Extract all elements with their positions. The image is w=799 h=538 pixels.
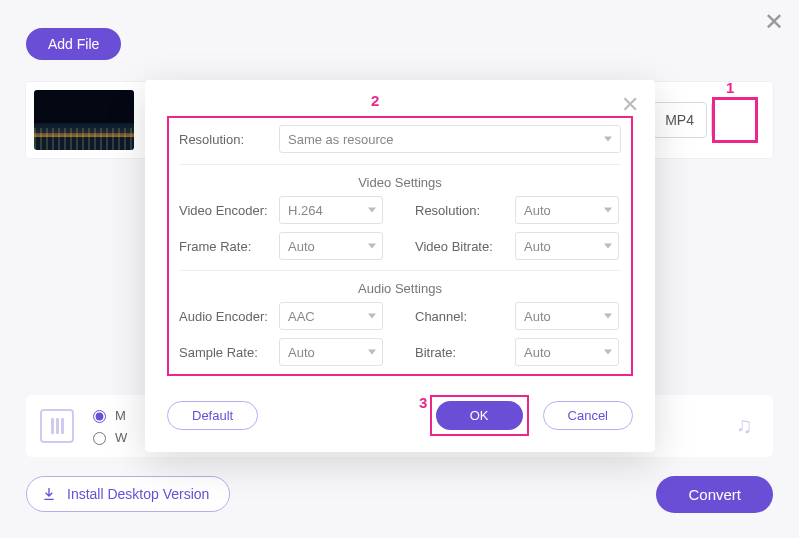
video-bitrate-select[interactable]: Auto [515, 232, 619, 260]
radio-label: W [115, 430, 127, 445]
frame-rate-select[interactable]: Auto [279, 232, 383, 260]
output-format-select[interactable]: MP4 [652, 102, 707, 138]
settings-modal: ✕ Resolution: Same as resource Video Set… [145, 80, 655, 452]
top-resolution-select[interactable]: Same as resource [279, 125, 621, 153]
install-desktop-button[interactable]: Install Desktop Version [26, 476, 230, 512]
annotation-3: 3 [419, 394, 427, 411]
channel-select[interactable]: Auto [515, 302, 619, 330]
install-label: Install Desktop Version [67, 486, 209, 502]
annotation-2: 2 [371, 92, 379, 109]
audio-bitrate-label: Bitrate: [415, 345, 515, 360]
audio-settings-heading: Audio Settings [179, 270, 621, 296]
modal-close-icon[interactable]: ✕ [621, 92, 639, 118]
app-window: ✕ Add File MP4 M W k ♫ Install Desktop V… [0, 0, 799, 538]
video-bitrate-label: Video Bitrate: [415, 239, 515, 254]
sample-rate-label: Sample Rate: [179, 345, 279, 360]
audio-encoder-label: Audio Encoder: [179, 309, 279, 324]
add-file-button[interactable]: Add File [26, 28, 121, 60]
top-resolution-label: Resolution: [179, 132, 279, 147]
ok-button[interactable]: OK [436, 401, 523, 430]
ok-highlight: OK [430, 395, 529, 436]
output-radio-2[interactable]: W [88, 429, 127, 445]
channel-label: Channel: [415, 309, 515, 324]
radio-label: M [115, 408, 126, 423]
video-encoder-select[interactable]: H.264 [279, 196, 383, 224]
settings-panel: Resolution: Same as resource Video Setti… [167, 116, 633, 376]
output-radio-1[interactable]: M [88, 407, 127, 423]
frame-rate-label: Frame Rate: [179, 239, 279, 254]
video-thumbnail[interactable] [34, 90, 134, 150]
audio-bitrate-select[interactable]: Auto [515, 338, 619, 366]
music-icon[interactable]: ♫ [729, 411, 759, 441]
video-resolution-label: Resolution: [415, 203, 515, 218]
video-encoder-label: Video Encoder: [179, 203, 279, 218]
annotation-1: 1 [726, 79, 734, 96]
video-settings-heading: Video Settings [179, 164, 621, 190]
download-icon [41, 486, 57, 502]
default-button[interactable]: Default [167, 401, 258, 430]
sample-rate-select[interactable]: Auto [279, 338, 383, 366]
annotation-1-box [712, 97, 758, 143]
audio-encoder-select[interactable]: AAC [279, 302, 383, 330]
close-icon[interactable]: ✕ [764, 8, 784, 36]
convert-button[interactable]: Convert [656, 476, 773, 513]
film-icon [40, 409, 74, 443]
cancel-button[interactable]: Cancel [543, 401, 633, 430]
video-resolution-select[interactable]: Auto [515, 196, 619, 224]
